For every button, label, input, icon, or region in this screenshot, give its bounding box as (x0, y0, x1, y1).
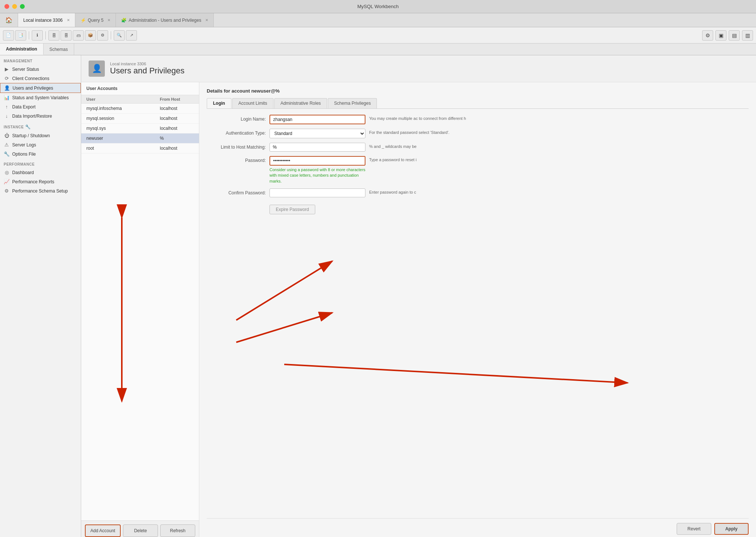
top-tab-bar: 🏠 Local instance 3306 ✕ ⚡ Query 5 ✕ 🧩 Ad… (0, 13, 756, 27)
toolbar-db3-button[interactable]: 🗃 (73, 30, 84, 41)
sidebar-item-server-logs[interactable]: ⚠ Server Logs (0, 140, 81, 149)
tab-admin-users-label: Administration - Users and Privileges (128, 18, 201, 23)
password-label: Password: (207, 156, 266, 163)
form-row-confirm-password: Confirm Password: Enter password again t… (207, 188, 749, 197)
sidebar-item-users-privileges[interactable]: 👤 Users and Privileges (0, 83, 81, 93)
toolbar-gear-button[interactable]: ⚙ (702, 30, 713, 41)
sub-tab-bar: Administration Schemas (0, 44, 756, 55)
search-icon: 🔍 (117, 33, 122, 38)
options-file-icon: 🔧 (4, 151, 10, 157)
sidebar-item-server-status[interactable]: ▶ Server Status (0, 65, 81, 74)
performance-section-title: PERFORMANCE (0, 159, 81, 168)
add-account-button[interactable]: Add Account (85, 524, 121, 537)
instance-label: Local instance 3306 (110, 62, 185, 66)
table-row[interactable]: mysql.sys localhost (81, 124, 199, 134)
tab-query[interactable]: ⚡ Query 5 ✕ (75, 13, 116, 27)
apply-button[interactable]: Apply (714, 523, 749, 535)
revert-button[interactable]: Revert (677, 523, 711, 535)
user-cell-name: mysql.sys (81, 126, 155, 131)
sub-tab-schemas[interactable]: Schemas (44, 44, 74, 55)
admin-tab-close-icon[interactable]: ✕ (205, 18, 208, 22)
toolbar-db1-button[interactable]: 🗄 (48, 30, 59, 41)
toolbar-info-button[interactable]: ℹ (32, 30, 43, 41)
tab-local-instance[interactable]: Local instance 3306 ✕ (18, 13, 75, 27)
layout3-icon: ▥ (745, 32, 750, 38)
user-cell-host: localhost (155, 116, 199, 121)
toolbar-right: ⚙ ▣ ▤ ▥ (702, 30, 753, 41)
details-tab-account-limits[interactable]: Account Limits (232, 98, 274, 108)
sidebar-item-users-privileges-label: Users and Privileges (13, 86, 53, 91)
tab-admin-users[interactable]: 🧩 Administration - Users and Privileges … (116, 13, 214, 27)
window-controls[interactable] (4, 4, 25, 9)
expire-password-button[interactable]: Expire Password (269, 205, 315, 214)
sub-tab-administration[interactable]: Administration (0, 44, 44, 55)
sql2-icon: 📑 (18, 33, 23, 38)
sidebar-item-data-import[interactable]: ↓ Data Import/Restore (0, 111, 81, 121)
toolbar-layout3-button[interactable]: ▥ (742, 30, 753, 41)
login-name-input[interactable] (269, 115, 365, 124)
user-cell-name: mysql.infoschema (81, 106, 155, 111)
sidebar-item-data-export-label: Data Export (12, 104, 35, 110)
details-tab-schema-privileges[interactable]: Schema Privileges (328, 98, 377, 108)
sidebar-item-dashboard[interactable]: ◎ Dashboard (0, 168, 81, 177)
sidebar-item-data-export[interactable]: ↑ Data Export (0, 102, 81, 111)
limit-host-hint: % and _ wildcards may be (369, 143, 416, 149)
toolbar-search-button[interactable]: 🔍 (114, 30, 125, 41)
page-header-info: Local instance 3306 Users and Privileges (110, 62, 185, 76)
sidebar-item-performance-schema[interactable]: ⚙ Performance Schema Setup (0, 186, 81, 195)
layout2-icon: ▤ (732, 32, 737, 38)
tab-home[interactable]: 🏠 (0, 13, 18, 27)
table-row[interactable]: mysql.session localhost (81, 114, 199, 124)
login-name-label: Login Name: (207, 115, 266, 122)
table-row[interactable]: root localhost (81, 143, 199, 153)
db3-icon: 🗃 (76, 33, 80, 38)
tab-query-label: Query 5 (88, 18, 104, 23)
confirm-password-input[interactable] (269, 188, 365, 197)
password-input[interactable] (269, 156, 365, 166)
table-row-selected[interactable]: newuser % (81, 134, 199, 143)
details-tab-admin-roles[interactable]: Administrative Roles (274, 98, 327, 108)
performance-schema-icon: ⚙ (4, 188, 10, 194)
maximize-button[interactable] (20, 4, 25, 9)
sidebar-item-options-file[interactable]: 🔧 Options File (0, 149, 81, 159)
login-name-hint: You may create multiple ac to connect fr… (369, 115, 466, 121)
db1-icon: 🗄 (52, 33, 56, 38)
auth-type-select[interactable]: Standard (269, 129, 365, 138)
col-header-user: User (81, 97, 155, 101)
toolbar-arrow-button[interactable]: ↗ (126, 30, 137, 41)
main-layout: MANAGEMENT ▶ Server Status ⟳ Client Conn… (0, 55, 756, 537)
user-cell-host: % (155, 136, 199, 141)
details-tab-login[interactable]: Login (207, 98, 231, 108)
delete-button[interactable]: Delete (123, 524, 158, 537)
toolbar-layout2-button[interactable]: ▤ (729, 30, 740, 41)
avatar: 👤 (89, 60, 105, 77)
toolbar-sql1-button[interactable]: 📄 (3, 30, 14, 41)
refresh-button[interactable]: Refresh (160, 524, 195, 537)
password-hint: Type a password to reset i (369, 156, 416, 163)
minimize-button[interactable] (12, 4, 17, 9)
sidebar-item-status-variables[interactable]: 📊 Status and System Variables (0, 93, 81, 102)
sidebar-item-client-connections[interactable]: ⟳ Client Connections (0, 74, 81, 83)
tab-close-icon[interactable]: ✕ (67, 18, 70, 22)
auth-type-label: Authentication Type: (207, 129, 266, 136)
sidebar-item-performance-reports[interactable]: 📈 Performance Reports (0, 177, 81, 186)
sidebar-item-server-logs-label: Server Logs (12, 142, 36, 148)
server-logs-icon: ⚠ (4, 142, 10, 148)
content-wrapper: 👤 Local instance 3306 Users and Privileg… (81, 55, 756, 537)
form-row-login-name: Login Name: You may create multiple ac t… (207, 115, 749, 124)
close-button[interactable] (4, 4, 9, 9)
limit-host-input[interactable] (269, 143, 365, 152)
user-list-panel: User Accounts User From Host mysql.infos… (81, 82, 199, 537)
db4-icon: 📦 (88, 33, 93, 38)
toolbar-db4-button[interactable]: 📦 (85, 30, 96, 41)
confirm-password-hint: Enter password again to c (369, 188, 416, 195)
query-tab-close-icon[interactable]: ✕ (107, 18, 110, 22)
toolbar-sql2-button[interactable]: 📑 (15, 30, 26, 41)
toolbar-db2-button[interactable]: 🗄 (61, 30, 72, 41)
content-body: User Accounts User From Host mysql.infos… (81, 82, 756, 537)
toolbar-db5-button[interactable]: ⚙ (97, 30, 108, 41)
sidebar-item-status-variables-label: Status and System Variables (12, 95, 69, 100)
sidebar-item-startup-shutdown[interactable]: ⏻ Startup / Shutdown (0, 131, 81, 140)
toolbar-layout1-button[interactable]: ▣ (715, 30, 726, 41)
table-row[interactable]: mysql.infoschema localhost (81, 104, 199, 114)
